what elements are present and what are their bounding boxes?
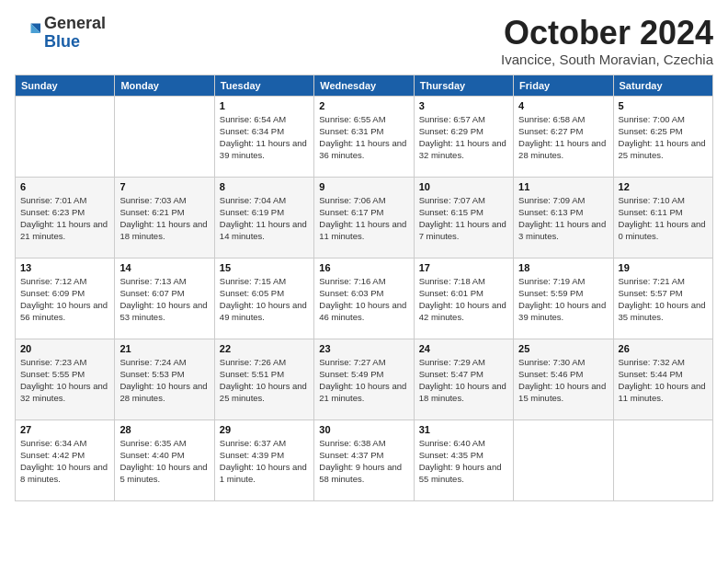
calendar-cell: 25Sunrise: 7:30 AM Sunset: 5:46 PM Dayli…: [514, 339, 613, 419]
day-number: 7: [119, 181, 209, 192]
day-header-friday: Friday: [514, 75, 613, 96]
day-number: 21: [119, 343, 209, 354]
day-number: 19: [619, 262, 708, 273]
calendar-cell: 20Sunrise: 7:23 AM Sunset: 5:55 PM Dayli…: [16, 339, 115, 419]
day-info: Sunrise: 6:37 AM Sunset: 4:39 PM Dayligh…: [220, 437, 309, 486]
calendar-cell: 3Sunrise: 6:57 AM Sunset: 6:29 PM Daylig…: [414, 96, 513, 177]
day-number: 8: [220, 181, 309, 192]
day-header-saturday: Saturday: [613, 75, 712, 96]
month-title: October 2024: [501, 15, 713, 52]
day-info: Sunrise: 7:29 AM Sunset: 5:47 PM Dayligh…: [419, 356, 508, 405]
day-info: Sunrise: 7:23 AM Sunset: 5:55 PM Dayligh…: [20, 356, 109, 405]
day-number: 14: [119, 262, 209, 273]
day-number: 20: [20, 343, 109, 354]
day-info: Sunrise: 7:07 AM Sunset: 6:15 PM Dayligh…: [419, 194, 508, 243]
location-subtitle: Ivancice, South Moravian, Czechia: [501, 52, 713, 67]
day-info: Sunrise: 7:18 AM Sunset: 6:01 PM Dayligh…: [419, 275, 508, 324]
calendar-cell: 19Sunrise: 7:21 AM Sunset: 5:57 PM Dayli…: [613, 258, 712, 339]
day-info: Sunrise: 7:06 AM Sunset: 6:17 PM Dayligh…: [319, 194, 408, 243]
calendar-cell: 30Sunrise: 6:38 AM Sunset: 4:37 PM Dayli…: [314, 419, 414, 500]
calendar-week-2: 6Sunrise: 7:01 AM Sunset: 6:23 PM Daylig…: [16, 177, 713, 258]
calendar-week-1: 1Sunrise: 6:54 AM Sunset: 6:34 PM Daylig…: [16, 96, 713, 177]
day-number: 17: [419, 262, 508, 273]
day-info: Sunrise: 7:04 AM Sunset: 6:19 PM Dayligh…: [220, 194, 309, 243]
calendar-cell: 18Sunrise: 7:19 AM Sunset: 5:59 PM Dayli…: [514, 258, 613, 339]
day-info: Sunrise: 7:30 AM Sunset: 5:46 PM Dayligh…: [518, 356, 608, 405]
day-number: 23: [319, 343, 408, 354]
day-number: 1: [220, 100, 309, 111]
day-info: Sunrise: 7:32 AM Sunset: 5:44 PM Dayligh…: [619, 356, 708, 405]
calendar-cell: 26Sunrise: 7:32 AM Sunset: 5:44 PM Dayli…: [613, 339, 712, 419]
calendar-cell: 2Sunrise: 6:55 AM Sunset: 6:31 PM Daylig…: [314, 96, 414, 177]
day-header-sunday: Sunday: [16, 75, 115, 96]
calendar-cell: 10Sunrise: 7:07 AM Sunset: 6:15 PM Dayli…: [414, 177, 513, 258]
day-info: Sunrise: 7:09 AM Sunset: 6:13 PM Dayligh…: [518, 194, 608, 243]
day-info: Sunrise: 7:01 AM Sunset: 6:23 PM Dayligh…: [20, 194, 109, 243]
logo-general-text: General: [44, 14, 106, 32]
calendar-cell: 22Sunrise: 7:26 AM Sunset: 5:51 PM Dayli…: [214, 339, 313, 419]
day-header-monday: Monday: [115, 75, 214, 96]
day-number: 27: [20, 424, 109, 435]
calendar-cell: 21Sunrise: 7:24 AM Sunset: 5:53 PM Dayli…: [115, 339, 214, 419]
calendar-cell: 27Sunrise: 6:34 AM Sunset: 4:42 PM Dayli…: [16, 419, 115, 500]
calendar-cell: 23Sunrise: 7:27 AM Sunset: 5:49 PM Dayli…: [314, 339, 414, 419]
calendar-cell: 15Sunrise: 7:15 AM Sunset: 6:05 PM Dayli…: [214, 258, 313, 339]
day-info: Sunrise: 6:55 AM Sunset: 6:31 PM Dayligh…: [319, 113, 408, 162]
day-info: Sunrise: 7:24 AM Sunset: 5:53 PM Dayligh…: [119, 356, 209, 405]
logo-blue-text: Blue: [44, 32, 80, 51]
day-number: 16: [319, 262, 408, 273]
title-block: October 2024 Ivancice, South Moravian, C…: [501, 15, 713, 67]
page-header: General Blue October 2024 Ivancice, Sout…: [15, 15, 713, 67]
day-info: Sunrise: 6:35 AM Sunset: 4:40 PM Dayligh…: [119, 437, 209, 486]
day-number: 24: [419, 343, 508, 354]
logo-icon: [15, 20, 40, 46]
calendar-cell: 1Sunrise: 6:54 AM Sunset: 6:34 PM Daylig…: [214, 96, 313, 177]
calendar-cell: 12Sunrise: 7:10 AM Sunset: 6:11 PM Dayli…: [613, 177, 712, 258]
day-header-wednesday: Wednesday: [314, 75, 414, 96]
day-info: Sunrise: 6:58 AM Sunset: 6:27 PM Dayligh…: [518, 113, 608, 162]
calendar-body: 1Sunrise: 6:54 AM Sunset: 6:34 PM Daylig…: [16, 96, 713, 500]
day-info: Sunrise: 7:13 AM Sunset: 6:07 PM Dayligh…: [119, 275, 209, 324]
day-info: Sunrise: 7:10 AM Sunset: 6:11 PM Dayligh…: [619, 194, 708, 243]
calendar-cell: 14Sunrise: 7:13 AM Sunset: 6:07 PM Dayli…: [115, 258, 214, 339]
calendar-cell: 29Sunrise: 6:37 AM Sunset: 4:39 PM Dayli…: [214, 419, 313, 500]
day-info: Sunrise: 6:34 AM Sunset: 4:42 PM Dayligh…: [20, 437, 109, 486]
calendar-cell: 11Sunrise: 7:09 AM Sunset: 6:13 PM Dayli…: [514, 177, 613, 258]
calendar-cell: 24Sunrise: 7:29 AM Sunset: 5:47 PM Dayli…: [414, 339, 513, 419]
calendar-cell: 28Sunrise: 6:35 AM Sunset: 4:40 PM Dayli…: [115, 419, 214, 500]
calendar-cell: 7Sunrise: 7:03 AM Sunset: 6:21 PM Daylig…: [115, 177, 214, 258]
day-info: Sunrise: 7:21 AM Sunset: 5:57 PM Dayligh…: [619, 275, 708, 324]
calendar-cell: 8Sunrise: 7:04 AM Sunset: 6:19 PM Daylig…: [214, 177, 313, 258]
day-info: Sunrise: 6:54 AM Sunset: 6:34 PM Dayligh…: [220, 113, 309, 162]
calendar-table: SundayMondayTuesdayWednesdayThursdayFrid…: [15, 75, 713, 501]
logo: General Blue: [15, 15, 106, 52]
day-number: 4: [518, 100, 608, 111]
day-info: Sunrise: 6:38 AM Sunset: 4:37 PM Dayligh…: [319, 437, 408, 486]
calendar-cell: 4Sunrise: 6:58 AM Sunset: 6:27 PM Daylig…: [514, 96, 613, 177]
day-info: Sunrise: 7:26 AM Sunset: 5:51 PM Dayligh…: [220, 356, 309, 405]
day-info: Sunrise: 7:00 AM Sunset: 6:25 PM Dayligh…: [619, 113, 708, 162]
calendar-week-5: 27Sunrise: 6:34 AM Sunset: 4:42 PM Dayli…: [16, 419, 713, 500]
day-number: 10: [419, 181, 508, 192]
day-info: Sunrise: 7:03 AM Sunset: 6:21 PM Dayligh…: [119, 194, 209, 243]
calendar-week-3: 13Sunrise: 7:12 AM Sunset: 6:09 PM Dayli…: [16, 258, 713, 339]
day-number: 3: [419, 100, 508, 111]
calendar-cell: [115, 96, 214, 177]
calendar-cell: 6Sunrise: 7:01 AM Sunset: 6:23 PM Daylig…: [16, 177, 115, 258]
day-info: Sunrise: 7:12 AM Sunset: 6:09 PM Dayligh…: [20, 275, 109, 324]
day-number: 22: [220, 343, 309, 354]
day-number: 6: [20, 181, 109, 192]
calendar-cell: [613, 419, 712, 500]
calendar-cell: 9Sunrise: 7:06 AM Sunset: 6:17 PM Daylig…: [314, 177, 414, 258]
day-info: Sunrise: 6:40 AM Sunset: 4:35 PM Dayligh…: [419, 437, 508, 486]
day-info: Sunrise: 7:19 AM Sunset: 5:59 PM Dayligh…: [518, 275, 608, 324]
day-number: 11: [518, 181, 608, 192]
day-number: 28: [119, 424, 209, 435]
day-number: 2: [319, 100, 408, 111]
day-header-tuesday: Tuesday: [214, 75, 313, 96]
day-number: 26: [619, 343, 708, 354]
day-number: 15: [220, 262, 309, 273]
day-number: 12: [619, 181, 708, 192]
day-number: 31: [419, 424, 508, 435]
day-number: 29: [220, 424, 309, 435]
